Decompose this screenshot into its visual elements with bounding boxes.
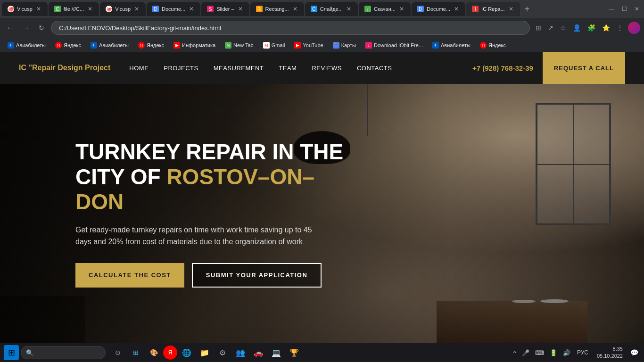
minimize-button[interactable]: —: [606, 4, 617, 14]
maximize-button[interactable]: ☐: [619, 4, 630, 14]
tab-close-2[interactable]: ✕: [87, 6, 93, 12]
tab-close-5[interactable]: ✕: [237, 6, 244, 12]
bookmark-aviabilety-1[interactable]: ✈ Авиабилеты: [4, 41, 50, 49]
bookmark-icon-5: ▶: [173, 42, 180, 49]
calculate-cost-button[interactable]: CALCULATE THE COST: [75, 263, 184, 288]
refresh-button[interactable]: ↻: [36, 22, 47, 33]
start-button[interactable]: ⊞: [4, 345, 19, 360]
forward-button[interactable]: →: [20, 22, 32, 33]
taskbar-app-vscode[interactable]: 💻: [268, 344, 285, 361]
hero-title-line2: CITY OF: [75, 165, 166, 189]
tab-2[interactable]: C file:///C... ✕: [49, 2, 99, 16]
favorites-icon[interactable]: ⭐: [600, 22, 612, 33]
tab-3[interactable]: 🐙 Vicusp ✕: [100, 2, 146, 16]
taskbar-app-teams[interactable]: 👥: [232, 344, 249, 361]
taskbar-app-edge[interactable]: 🌐: [178, 344, 195, 361]
address-bar-row: ← → ↻ ⊞ ↗ ☆ 👤 🧩 ⭐ ⋮: [0, 18, 644, 38]
tab-close-1[interactable]: ✕: [35, 6, 42, 12]
taskbar-app-widgets[interactable]: ⊞: [127, 344, 144, 361]
tab-close-7[interactable]: ✕: [346, 6, 352, 12]
taskbar-app-settings[interactable]: ⚙: [214, 344, 231, 361]
bookmark-download[interactable]: ↓ Download IObit Fre...: [362, 41, 427, 49]
navbar-phone[interactable]: +7 (928) 768-32-39: [472, 64, 533, 72]
taskbar: ⊞ 🔍 ⊙ ⊞ 🎨 Я 🌐 📁 ⚙ 👥 🚗 💻 🏆 ^ 🎤 ⌨ 🔋 🔊 РУС …: [0, 343, 644, 362]
tray-volume-icon[interactable]: 🔊: [561, 347, 572, 358]
tray-notification-icon[interactable]: 💬: [628, 347, 640, 358]
bookmark-yandex-3[interactable]: Я Яндекс: [476, 41, 510, 49]
tab-close-4[interactable]: ✕: [188, 6, 195, 12]
bookmark-gmail[interactable]: M Gmail: [259, 41, 289, 49]
taskbar-search[interactable]: 🔍: [21, 346, 106, 359]
bookmark-icon-9: 📍: [333, 42, 339, 49]
close-button[interactable]: ✕: [632, 4, 642, 14]
nav-team[interactable]: TEAM: [279, 65, 297, 72]
share-icon[interactable]: ↗: [546, 22, 555, 33]
extension-icon[interactable]: 🧩: [586, 22, 597, 33]
bookmark-aviabilety-3[interactable]: ✈ Авиабилеты: [429, 41, 474, 49]
taskbar-app-yandex[interactable]: Я: [163, 346, 177, 360]
bookmark-label-8: YouTube: [303, 42, 323, 48]
tab-icon-5: S: [207, 6, 214, 12]
bookmark-aviabilety-2[interactable]: ✈ Авиабилеты: [87, 41, 132, 49]
taskbar-app-task-view[interactable]: ⊙: [109, 344, 126, 361]
tab-close-10[interactable]: ✕: [508, 6, 514, 12]
tab-label-3: Vicusp: [115, 6, 131, 12]
tab-7[interactable]: С Слайде... ✕: [305, 2, 358, 16]
bookmark-informatika[interactable]: ▶ Информатика: [170, 41, 219, 49]
address-input[interactable]: [51, 21, 530, 35]
tab-8[interactable]: ↓ Скачан... ✕: [359, 2, 411, 16]
tab-1[interactable]: 🐙 Vicusp ✕: [2, 2, 48, 16]
tray-date-display: 05.10.2022: [597, 353, 623, 360]
bookmark-label-4: Яндекс: [147, 42, 164, 48]
tab-label-1: Vicusp: [17, 6, 33, 12]
bookmark-label-1: Авиабилеты: [16, 42, 46, 48]
bookmark-maps[interactable]: 📍 Карты: [329, 41, 360, 49]
nav-home[interactable]: HOME: [129, 65, 149, 72]
tab-5[interactable]: S Slider – ✕: [201, 2, 249, 16]
bookmark-label-6: New Tab: [233, 42, 254, 48]
taskbar-app-files[interactable]: 📁: [196, 344, 213, 361]
tray-clock[interactable]: 8:35 05.10.2022: [593, 346, 627, 360]
nav-projects[interactable]: PROJECTS: [164, 65, 198, 72]
hero-title-line1: TURNKEY REPAIR IN THE: [75, 140, 343, 164]
tab-close-8[interactable]: ✕: [398, 6, 405, 12]
bookmark-yandex-2[interactable]: Я Яндекс: [134, 41, 168, 49]
user-avatar[interactable]: [628, 22, 640, 34]
tab-close-9[interactable]: ✕: [453, 6, 460, 12]
nav-reviews[interactable]: REVIEWS: [312, 65, 341, 72]
tab-close-6[interactable]: ✕: [292, 6, 298, 12]
bookmark-yandex-1[interactable]: Я Яндекс: [51, 41, 85, 49]
profile-icon[interactable]: 👤: [571, 22, 583, 33]
hero-buttons: CALCULATE THE COST SUBMIT YOUR APPLICATI…: [75, 263, 358, 288]
nav-contacts[interactable]: CONTACTS: [357, 65, 392, 72]
tab-4[interactable]: D Docume... ✕: [147, 2, 200, 16]
tab-9[interactable]: D Docume... ✕: [412, 2, 465, 16]
bookmark-youtube[interactable]: ▶ YouTube: [290, 41, 327, 49]
tab-close-3[interactable]: ✕: [133, 6, 140, 12]
translate-icon[interactable]: ⊞: [534, 22, 543, 33]
request-call-button[interactable]: REQUEST A CALL: [543, 52, 625, 84]
submit-application-button[interactable]: SUBMIT YOUR APPLICATION: [192, 263, 322, 288]
tab-label-5: Slider –: [216, 6, 234, 12]
tab-icon-9: D: [417, 6, 424, 12]
tray-battery-icon[interactable]: 🔋: [548, 347, 559, 358]
tray-arrow-icon[interactable]: ^: [512, 347, 518, 358]
toolbar-icons: ⊞ ↗ ☆ 👤 🧩 ⭐ ⋮: [534, 22, 640, 34]
taskbar-app-maps[interactable]: 🚗: [250, 344, 267, 361]
tray-keyboard-icon[interactable]: ⌨: [533, 347, 546, 358]
new-tab-button[interactable]: +: [521, 2, 534, 16]
nav-measurement[interactable]: MEASUREMENT: [214, 65, 264, 72]
settings-icon[interactable]: ⋮: [615, 22, 625, 33]
hero-subtitle: Get ready-made turnkey repairs on time w…: [75, 224, 321, 248]
bookmark-icon-4: Я: [138, 42, 145, 49]
tab-6[interactable]: R Rectang... ✕: [250, 2, 304, 16]
tray-mic-icon[interactable]: 🎤: [520, 347, 531, 358]
taskbar-app-paint[interactable]: 🎨: [145, 344, 162, 361]
taskbar-app-chrome[interactable]: 🏆: [286, 344, 303, 361]
tray-language[interactable]: РУС: [574, 347, 591, 358]
tab-10[interactable]: I IC Repa... ✕: [466, 2, 520, 16]
bookmark-newtab[interactable]: N New Tab: [221, 41, 257, 49]
bookmark-star-icon[interactable]: ☆: [558, 22, 568, 33]
back-button[interactable]: ←: [4, 22, 16, 33]
tray-time-display: 8:35: [597, 346, 623, 353]
